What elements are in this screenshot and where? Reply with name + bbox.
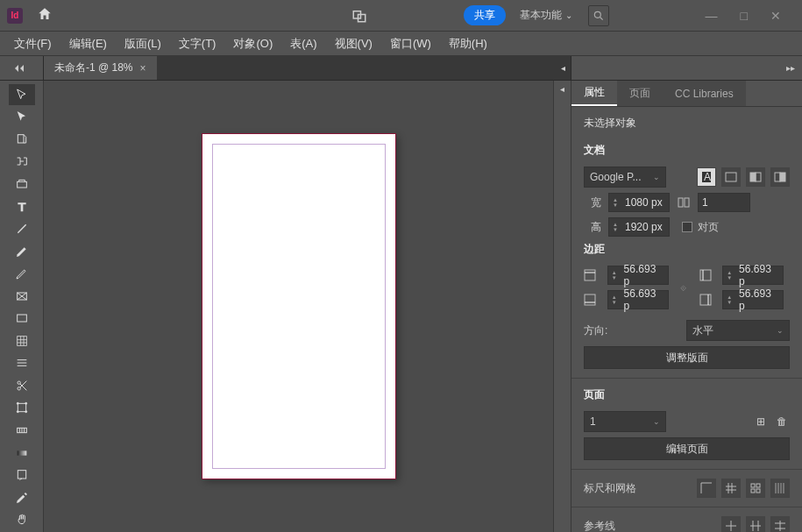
note-tool[interactable] (9, 465, 35, 486)
gradient-swatch-tool[interactable] (9, 420, 35, 441)
columns-input[interactable]: 1 (698, 193, 750, 212)
panel-collapse-arrows[interactable]: ◂ (561, 56, 571, 80)
page-tool[interactable] (9, 129, 35, 150)
arrange-icon[interactable] (351, 7, 368, 25)
menu-window[interactable]: 窗口(W) (383, 32, 438, 55)
page-number-dropdown[interactable]: 1 ⌄ (584, 411, 666, 432)
menu-object[interactable]: 对象(O) (226, 32, 280, 55)
orientation-dropdown[interactable]: 水平 ⌄ (686, 320, 790, 341)
toolbox-expand-arrows[interactable] (0, 56, 44, 80)
margin-bottom-icon (584, 294, 596, 306)
delete-page-icon[interactable]: 🗑 (774, 415, 790, 428)
guide-icon-1[interactable] (721, 516, 741, 532)
link-margins-icon[interactable]: ⟐ (680, 281, 694, 294)
page-binding-left-icon[interactable] (746, 167, 765, 187)
collapsed-panel-strip[interactable]: ◂ (553, 81, 571, 532)
svg-rect-40 (780, 173, 785, 181)
orientation-portrait-icon[interactable]: A (697, 167, 716, 187)
line-tool[interactable] (9, 218, 35, 239)
properties-panel: 属性 页面 CC Libraries 未选择对象 文档 Google P... … (571, 81, 802, 532)
chevron-down-icon: ⌄ (653, 173, 660, 181)
close-tab-icon[interactable]: × (140, 62, 146, 74)
tab-pages[interactable]: 页面 (617, 81, 663, 106)
preset-value: Google P... (590, 171, 642, 183)
scissors-tool[interactable] (9, 375, 35, 396)
facing-pages-checkbox[interactable] (682, 222, 692, 232)
direct-selection-tool[interactable] (9, 107, 35, 128)
chevron-down-icon: ⌄ (653, 417, 660, 426)
type-tool[interactable] (9, 196, 35, 217)
horizontal-grid-tool[interactable] (9, 353, 35, 374)
selection-info: 未选择对象 (584, 116, 790, 131)
rectangle-tool[interactable] (9, 308, 35, 329)
svg-rect-11 (17, 336, 26, 345)
guide-icon-2[interactable] (746, 516, 765, 532)
margin-top-input[interactable]: ▲▼56.693 p (607, 266, 669, 285)
menu-edit[interactable]: 编辑(E) (62, 32, 114, 55)
menu-view[interactable]: 视图(V) (328, 32, 380, 55)
width-value: 1080 px (625, 196, 663, 209)
height-input[interactable]: ▲▼ 1920 px (608, 217, 670, 237)
document-tab-title: 未命名-1 @ 18% (54, 60, 133, 75)
ruler-icon-1[interactable] (697, 479, 716, 498)
margin-left-input[interactable]: ▲▼56.693 p (722, 266, 784, 285)
app-icon: Id (7, 8, 23, 24)
adjust-layout-button[interactable]: 调整版面 (584, 346, 790, 369)
margin-right-input[interactable]: ▲▼56.693 p (722, 290, 784, 309)
svg-point-20 (18, 387, 20, 390)
svg-point-26 (17, 411, 18, 413)
eyedropper-tool[interactable] (9, 487, 35, 508)
svg-rect-23 (18, 404, 25, 412)
tab-properties[interactable]: 属性 (571, 81, 617, 106)
selection-tool[interactable] (9, 84, 35, 105)
columns-value: 1 (702, 196, 708, 209)
workspace-dropdown[interactable]: 基本功能 ⌄ (520, 8, 572, 23)
document-tab[interactable]: 未命名-1 @ 18% × (44, 56, 157, 80)
orientation-landscape-icon[interactable] (721, 167, 741, 187)
section-document: 文档 (584, 143, 790, 158)
svg-rect-57 (751, 489, 755, 493)
maximize-button[interactable]: □ (741, 9, 748, 23)
menu-help[interactable]: 帮助(H) (442, 32, 494, 55)
grid-tool[interactable] (9, 330, 35, 351)
pen-tool[interactable] (9, 241, 35, 262)
gap-tool[interactable] (9, 152, 35, 173)
guides-label: 参考线 (584, 519, 615, 533)
minimize-button[interactable]: — (706, 9, 718, 23)
canvas[interactable] (44, 81, 553, 532)
ruler-icon-3[interactable] (746, 479, 765, 498)
tab-cclibraries[interactable]: CC Libraries (663, 81, 746, 106)
free-transform-tool[interactable] (9, 398, 35, 419)
search-button[interactable] (588, 5, 609, 26)
panel-strip-arrows[interactable]: ▸▸ (571, 56, 802, 80)
facing-pages-label: 对页 (698, 220, 719, 235)
menu-text[interactable]: 文字(T) (172, 32, 224, 55)
svg-rect-47 (585, 294, 595, 305)
rectangle-frame-tool[interactable] (9, 286, 35, 307)
menu-table[interactable]: 表(A) (283, 32, 323, 55)
title-bar: Id 共享 基本功能 ⌄ — □ ✕ (0, 0, 802, 32)
hand-tool[interactable] (9, 509, 35, 530)
ruler-icon-4[interactable] (770, 479, 790, 498)
pencil-tool[interactable] (9, 263, 35, 284)
share-button[interactable]: 共享 (464, 5, 506, 25)
menu-layout[interactable]: 版面(L) (117, 32, 168, 55)
svg-point-19 (18, 381, 20, 384)
width-input[interactable]: ▲▼ 1080 px (608, 193, 670, 212)
stepper-icon[interactable]: ▲▼ (613, 197, 623, 208)
stepper-icon[interactable]: ▲▼ (613, 222, 623, 232)
page-binding-right-icon[interactable] (770, 167, 790, 187)
ruler-icon-2[interactable] (721, 479, 741, 498)
close-button[interactable]: ✕ (770, 9, 781, 23)
home-icon[interactable] (37, 6, 53, 25)
preset-dropdown[interactable]: Google P... ⌄ (584, 167, 666, 188)
svg-line-21 (20, 384, 26, 390)
margin-bottom-input[interactable]: ▲▼56.693 p (607, 290, 669, 309)
new-page-icon[interactable]: ⊞ (753, 415, 769, 428)
content-collector-tool[interactable] (9, 174, 35, 195)
menu-file[interactable]: 文件(F) (7, 32, 59, 55)
edit-page-button[interactable]: 编辑页面 (584, 437, 790, 460)
guide-icon-3[interactable] (770, 516, 790, 532)
document-page[interactable] (202, 133, 396, 479)
gradient-feather-tool[interactable] (9, 443, 35, 464)
